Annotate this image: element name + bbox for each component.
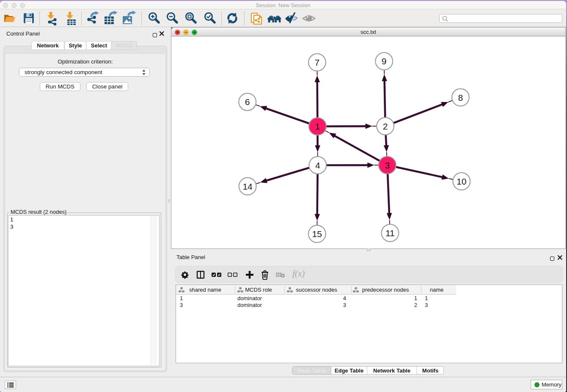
svg-text:4: 4	[315, 160, 320, 170]
svg-text:7: 7	[315, 58, 320, 67]
svg-text:9: 9	[382, 56, 387, 66]
svg-text:2: 2	[383, 121, 388, 131]
svg-text:3: 3	[385, 160, 390, 170]
svg-text:10: 10	[457, 177, 466, 186]
svg-text:6: 6	[245, 97, 250, 107]
svg-text:14: 14	[242, 182, 253, 191]
svg-text:15: 15	[312, 229, 322, 239]
svg-text:8: 8	[458, 93, 463, 102]
svg-text:11: 11	[385, 228, 395, 238]
svg-text:1: 1	[315, 121, 320, 131]
